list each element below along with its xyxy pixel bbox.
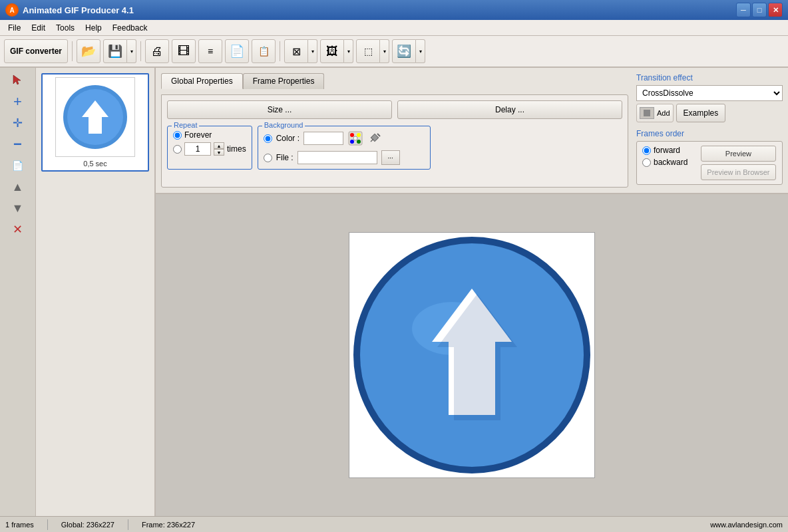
preview-image [352,235,592,475]
crop-button[interactable]: ⊠ [284,39,308,63]
status-bar: 1 frames Global: 236x227 Frame: 236x227 … [0,516,788,532]
save-dropdown-arrow[interactable]: ▾ [127,39,136,63]
status-sep-1 [47,519,48,530]
tool-new-frame[interactable]: 📄 [6,156,30,176]
open-button[interactable]: 📂 [77,39,100,63]
backward-radio[interactable] [642,158,651,167]
svg-line-11 [371,139,373,142]
menu-feedback[interactable]: Feedback [107,22,153,34]
times-input[interactable] [184,142,211,156]
spin-down[interactable]: ▼ [214,149,224,156]
copy-button[interactable]: 📄 [225,39,249,63]
right-panel: Global Properties Frame Properties Size … [156,68,788,516]
tab-frame-properties[interactable]: Frame Properties [243,73,325,89]
transition-select[interactable]: CrossDissolve None Fade Wipe [636,85,783,101]
props-right: Transition effect CrossDissolve None Fad… [636,73,783,188]
svg-point-6 [350,140,354,144]
delay-button[interactable]: Delay ... [397,100,622,119]
tool-remove[interactable]: − [6,134,30,154]
preview-buttons: Preview Preview in Browser [701,146,775,180]
preview-browser-button[interactable]: Preview in Browser [701,164,775,180]
copy-icon: 📄 [230,44,244,59]
left-sidebar: + ✛ − 📄 ▲ ▼ ✕ [0,68,36,516]
film-icon: 🎞 [178,45,190,59]
forward-radio[interactable] [642,146,651,155]
color-row: Color : [264,130,425,146]
window-controls: ─ □ ✕ [736,3,783,17]
forever-radio[interactable] [173,131,182,140]
effects-button[interactable]: ⬚ [356,39,380,63]
crop-dropdown-arrow[interactable]: ▾ [308,39,317,63]
forward-label: forward [654,146,680,155]
spin-buttons: ▲ ▼ [214,142,224,156]
examples-button[interactable]: Examples [676,104,726,122]
tab-global-properties[interactable]: Global Properties [161,73,243,89]
frames-order-inner: forward backward Preview Preview in Brow… [636,141,783,185]
menu-help[interactable]: Help [80,22,107,34]
file-radio[interactable] [264,154,272,162]
times-radio-row: ▲ ▼ times [173,142,246,156]
tool-move[interactable]: ✛ [6,113,30,133]
color-swatch[interactable] [303,132,343,145]
effects-dropdown-arrow[interactable]: ▾ [380,39,389,63]
transition-section: Transition effect CrossDissolve None Fad… [636,73,783,122]
transition-row: CrossDissolve None Fade Wipe [636,85,783,101]
preview-canvas [349,232,595,478]
color-picker-button[interactable] [347,130,363,146]
frames-order-title: Frames order [636,129,783,138]
menu-file[interactable]: File [3,22,26,34]
toolbar: GIF converter 📂 💾 ▾ 🖨 🎞 ≡ 📄 📋 ⊠ ▾ 🖼 ▾ [0,36,788,68]
gif-converter-button[interactable]: GIF converter [4,39,68,63]
minimize-button[interactable]: ─ [736,3,751,17]
size-button[interactable]: Size ... [167,100,392,119]
browse-button[interactable]: ··· [381,150,400,165]
rotate-button[interactable]: 🔄 [392,39,416,63]
frame-item[interactable]: 0,5 sec [41,73,149,172]
film-button[interactable]: 🎞 [172,39,196,63]
frame-list: 0,5 sec [36,68,156,516]
main-area: + ✛ − 📄 ▲ ▼ ✕ 0,5 sec Global Propert [0,68,788,516]
spin-up[interactable]: ▲ [214,142,224,149]
add-label: Add [657,109,670,117]
tool-move-up[interactable]: ▲ [6,177,30,197]
rotate-icon: 🔄 [397,44,411,59]
frame-thumbnail [55,77,135,157]
menu-bar: File Edit Tools Help Feedback [0,20,788,36]
maximize-button[interactable]: □ [752,3,767,17]
file-path-input[interactable] [297,151,377,164]
props-left: Global Properties Frame Properties Size … [161,73,628,188]
save-button[interactable]: 💾 [103,39,127,63]
status-sep-2 [128,519,128,530]
menu-edit[interactable]: Edit [26,22,51,34]
tool-delete[interactable]: ✕ [6,219,30,239]
tab-bar: Global Properties Frame Properties [161,73,628,89]
toolbar-sep-1 [72,41,73,61]
rotate-dropdown-arrow[interactable]: ▾ [416,39,425,63]
times-radio[interactable] [173,145,182,154]
effects-icon: ⬚ [364,46,373,57]
preview-button[interactable]: Preview [701,146,775,162]
image-dropdown: 🖼 ▾ [320,39,353,63]
frames-radios: forward backward [642,146,688,170]
eyedropper-button[interactable] [367,130,383,146]
paste-button[interactable]: 📋 [252,39,276,63]
tool-select[interactable] [6,70,30,90]
file-label: File : [276,153,294,162]
image-icon: 🖼 [326,45,338,59]
transition-add-button[interactable]: Add [636,104,674,122]
print-icon: 🖨 [151,45,163,59]
text-button[interactable]: ≡ [198,39,222,63]
color-radio[interactable] [264,134,272,143]
svg-point-5 [357,133,361,137]
close-button[interactable]: ✕ [768,3,783,17]
image-button[interactable]: 🖼 [320,39,344,63]
tool-move-down[interactable]: ▼ [6,198,30,218]
print-button[interactable]: 🖨 [145,39,169,63]
menu-tools[interactable]: Tools [51,22,80,34]
tool-add[interactable]: + [6,92,30,112]
image-dropdown-arrow[interactable]: ▾ [344,39,353,63]
effects-dropdown: ⬚ ▾ [356,39,389,63]
text-icon: ≡ [208,46,213,57]
background-group-title: Background [262,121,305,129]
props-top-row: Size ... Delay ... [167,100,622,119]
